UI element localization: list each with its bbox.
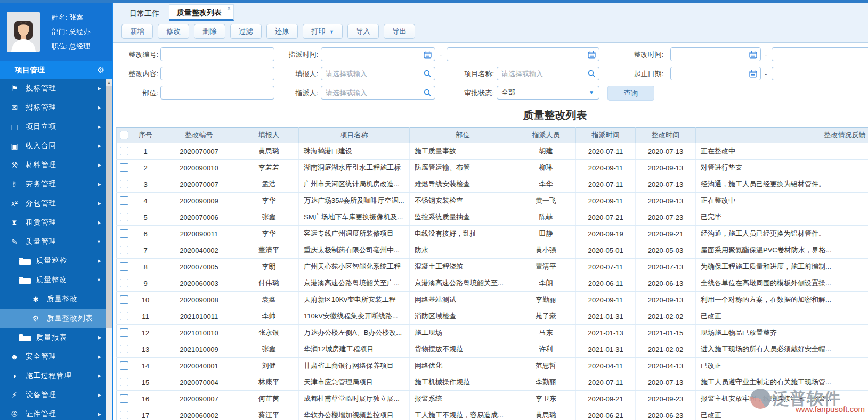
sidebar-menu-item[interactable]: 质量巡检 ▶ [0, 251, 112, 270]
sidebar-menu-item[interactable]: ⧗ 租赁管理 ▶ [0, 213, 112, 232]
row-checkbox[interactable] [120, 163, 128, 172]
calendar-icon[interactable] [424, 51, 432, 59]
assignee-link[interactable]: 田静 [516, 226, 576, 242]
rectify-code-link[interactable]: 2021010009 [159, 341, 239, 358]
calendar-icon[interactable] [588, 51, 596, 59]
row-checkbox[interactable] [120, 279, 128, 287]
reporter-link[interactable]: 李华 [239, 193, 299, 209]
search-icon[interactable] [588, 70, 596, 78]
sidebar-menu-item[interactable]: 质量报表 ▶ [0, 328, 112, 347]
assignee-link[interactable]: 李朗 [516, 275, 576, 292]
rectify-code-link[interactable]: 2020070007 [159, 176, 239, 193]
assignee-link[interactable]: 马东 [516, 325, 576, 341]
rectify-code-link[interactable]: 2020040001 [159, 358, 239, 374]
row-checkbox[interactable] [120, 312, 128, 320]
reporter-link[interactable]: 袁鑫 [239, 292, 299, 308]
assignee-link[interactable]: 范思哲 [516, 358, 576, 374]
reporter-link[interactable]: 张鑫 [239, 209, 299, 226]
project-name-link[interactable]: 万达广场35#会所及咖啡厅空调... [299, 193, 410, 209]
project-name-link[interactable]: 湖南洞庭湖水库引水工程施工标 [299, 160, 410, 176]
row-checkbox[interactable] [120, 328, 128, 337]
sidebar-menu-item[interactable]: 质量整改 ▼ [0, 270, 112, 290]
assign-time-start-input[interactable] [321, 47, 435, 61]
assignee-link[interactable]: 柳琳 [516, 160, 576, 176]
row-checkbox[interactable] [120, 262, 128, 271]
toolbar-button[interactable]: 新增 [121, 24, 153, 39]
assignee-link[interactable]: 李勤丽 [516, 292, 576, 308]
date-range-start-input[interactable] [670, 67, 761, 80]
assignee-link[interactable]: 陈菲 [516, 209, 576, 226]
toolbar-button[interactable]: 还原 [266, 24, 298, 39]
settings-gear-icon[interactable]: ⚙ [97, 65, 104, 75]
toolbar-button[interactable]: 修改 [158, 24, 189, 39]
assignee-link[interactable]: 黄小强 [516, 242, 576, 259]
rectify-code-link[interactable]: 2021010010 [159, 325, 239, 341]
row-checkbox[interactable] [120, 213, 128, 221]
sidebar-menu-item[interactable]: ✎ 质量管理 ▼ [0, 232, 112, 251]
toolbar-button[interactable]: 导入 [347, 24, 379, 39]
calendar-icon[interactable] [749, 51, 757, 59]
toolbar-button[interactable]: 过滤 [230, 24, 262, 39]
sidebar-menu-item[interactable]: ✱ 质量整改 [0, 290, 112, 309]
assign-time-end-input[interactable] [447, 47, 599, 61]
search-icon[interactable] [424, 89, 432, 97]
toolbar-button[interactable]: 打印▼ [303, 24, 343, 39]
rectify-code-link[interactable]: 2020070005 [159, 259, 239, 275]
sidebar-menu-item[interactable]: ☻ 安全管理 ▶ [0, 347, 112, 366]
project-name-link[interactable]: 珠海鹤港口建设 [299, 143, 410, 160]
assignee-link[interactable]: 黄一飞 [516, 193, 576, 209]
rectify-code-link[interactable]: 2020090008 [159, 292, 239, 308]
reporter-link[interactable]: 林康平 [239, 374, 299, 391]
assignee-input[interactable] [321, 86, 435, 100]
reporter-link[interactable]: 黄思璐 [239, 143, 299, 160]
project-name-link[interactable]: 京港澳高速公路粤境韶关至广... [299, 275, 410, 292]
approval-status-select[interactable]: 全部 ▼ [497, 86, 599, 100]
calendar-icon[interactable] [749, 70, 757, 78]
sidebar-menu-item[interactable]: ✉ 招标管理 ▶ [0, 98, 112, 117]
rectify-code-link[interactable]: 2020070007 [159, 143, 239, 160]
sidebar-menu-item[interactable]: ⚒ 材料管理 ▶ [0, 155, 112, 175]
rectify-code-link[interactable]: 2020090009 [159, 193, 239, 209]
assignee-link[interactable]: 黄思璐 [516, 407, 576, 420]
project-name-link[interactable]: 成都杜甫草堂临时展厅独立展... [299, 391, 410, 407]
reporter-input[interactable] [321, 67, 435, 80]
sidebar-menu-item[interactable]: ✇ 证件管理 ▶ [0, 405, 112, 417]
scrollbar-up-arrow-icon[interactable]: ▲ [106, 79, 112, 86]
reporter-link[interactable]: 李华 [239, 226, 299, 242]
row-checkbox[interactable] [120, 246, 128, 254]
sidebar-menu-item[interactable]: ⚡ 设备管理 ▶ [0, 385, 112, 405]
rectify-no-input[interactable] [160, 47, 274, 61]
reporter-link[interactable]: 张鑫 [239, 341, 299, 358]
search-button[interactable]: 查询 [607, 86, 654, 101]
rectify-code-link[interactable]: 2020090010 [159, 160, 239, 176]
project-name-link[interactable]: 广州天心苑小区智能化系统工程 [299, 259, 410, 275]
row-checkbox[interactable] [120, 196, 128, 205]
rectify-content-input[interactable] [160, 67, 274, 80]
sidebar-menu-item[interactable]: ⚙ 质量整改列表 [0, 309, 112, 328]
row-checkbox[interactable] [120, 411, 128, 419]
project-name-link[interactable]: 重庆太极制药有限公司亳州中... [299, 242, 410, 259]
project-name-link[interactable]: 广州市天河区统计局机房改造... [299, 176, 410, 193]
row-checkbox[interactable] [120, 345, 128, 353]
project-name-link[interactable]: 客运专线广州调度所装修项目 [299, 226, 410, 242]
sidebar-menu-item[interactable]: ▣ 收入合同 ▶ [0, 136, 112, 155]
rectify-code-link[interactable]: 2021010011 [159, 308, 239, 325]
rectify-code-link[interactable]: 2020090011 [159, 226, 239, 242]
assignee-link[interactable]: 李华 [516, 176, 576, 193]
rectify-time-start-input[interactable] [670, 47, 761, 61]
row-checkbox[interactable] [120, 229, 128, 238]
search-icon[interactable] [424, 70, 432, 78]
assignee-link[interactable]: 李卫东 [516, 391, 576, 407]
sidebar-menu-item[interactable]: ▤ 项目立项 ▶ [0, 117, 112, 136]
reporter-link[interactable]: 李朗 [239, 259, 299, 275]
project-name-link[interactable]: SM广场地下车库更换摄像机及... [299, 209, 410, 226]
reporter-link[interactable]: 何芷茵 [239, 391, 299, 407]
assignee-link[interactable]: 董清平 [516, 259, 576, 275]
reporter-link[interactable]: 蔡江平 [239, 407, 299, 420]
assignee-link[interactable]: 李勤丽 [516, 374, 576, 391]
assignee-link[interactable]: 苑子豪 [516, 308, 576, 325]
reporter-link[interactable]: 张永银 [239, 325, 299, 341]
sidebar-menu-item[interactable]: ◑ 施工过程管理 ▶ [0, 366, 112, 385]
row-checkbox[interactable] [120, 378, 128, 386]
scrollbar-thumb[interactable] [106, 86, 112, 328]
